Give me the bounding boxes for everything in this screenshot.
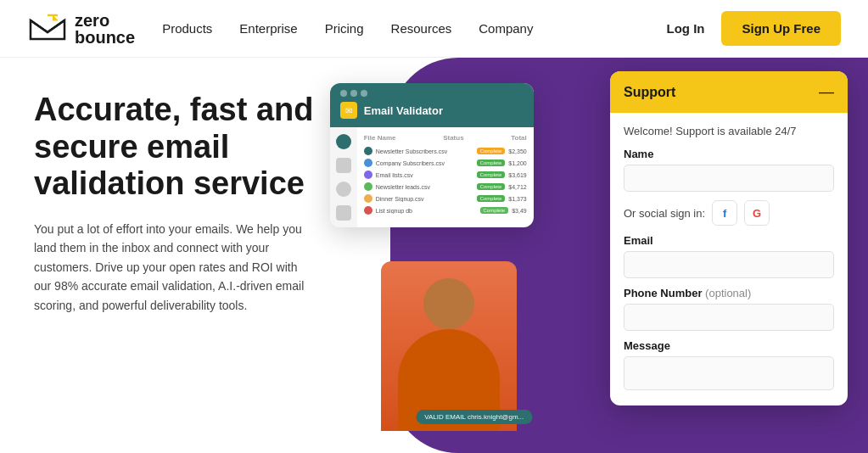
dot-1	[340, 90, 347, 97]
name-input[interactable]	[624, 165, 834, 192]
row-circle-3	[364, 171, 372, 179]
nav: Products Enterprise Pricing Resources Co…	[162, 21, 666, 36]
card-sidebar	[330, 127, 357, 227]
nav-company[interactable]: Company	[479, 21, 533, 36]
message-label: Message	[624, 339, 834, 352]
table-row: Newsletter leads.csv Complete $4,712	[364, 182, 527, 191]
row-amount-2: $1,200	[508, 160, 526, 166]
table-row: Dinner Signup.csv Complete $1,373	[364, 194, 527, 203]
email-label: Email	[624, 234, 834, 247]
col-status: Status	[443, 134, 463, 142]
table-header: File Name Status Total	[364, 134, 527, 142]
hero-description: You put a lot of effort into your emails…	[34, 220, 305, 315]
header-actions: Log In Sign Up Free	[666, 11, 841, 46]
person-image	[381, 261, 517, 431]
row-amount-1: $2,350	[508, 148, 526, 154]
row-badge-4: Complete	[477, 183, 506, 190]
support-body: Welcome! Support is available 24/7 Name …	[610, 113, 848, 405]
col-total: Total	[511, 134, 527, 142]
message-input[interactable]	[624, 356, 834, 390]
card-table: File Name Status Total Newsletter Subscr…	[357, 127, 534, 227]
row-amount-6: $3,49	[512, 208, 527, 214]
person-silhouette	[381, 261, 517, 431]
email-input[interactable]	[624, 251, 834, 278]
person-head	[423, 278, 474, 329]
hero-section: Accurate, fast and secure email validati…	[0, 58, 365, 453]
support-header: Support —	[610, 71, 848, 113]
google-signin-button[interactable]: G	[744, 200, 770, 226]
dot-3	[361, 90, 367, 97]
phone-input[interactable]	[624, 304, 834, 331]
sidebar-icon-3	[336, 182, 351, 197]
mockup-area: ✉ Email Validator File Name Status Total	[330, 66, 619, 431]
row-badge-2: Complete	[477, 159, 506, 166]
row-badge-3: Complete	[477, 171, 506, 178]
table-row: Company Subscribers.csv Complete $1,200	[364, 159, 527, 167]
row-circle-5	[364, 194, 372, 203]
main-content: Accurate, fast and secure email validati…	[0, 58, 868, 453]
row-circle-6	[364, 206, 372, 215]
support-welcome-text: Welcome! Support is available 24/7	[624, 125, 834, 137]
sidebar-icon-1	[336, 134, 351, 149]
row-text-1: Newsletter Subscribers.csv	[376, 148, 473, 154]
logo-icon	[27, 14, 68, 44]
card-body: File Name Status Total Newsletter Subscr…	[330, 127, 534, 227]
support-close-button[interactable]: —	[819, 83, 834, 101]
nav-pricing[interactable]: Pricing	[325, 21, 364, 36]
col-filename: File Name	[364, 134, 396, 142]
support-title: Support	[624, 85, 675, 100]
login-button[interactable]: Log In	[666, 21, 704, 36]
email-validator-card: ✉ Email Validator File Name Status Total	[330, 83, 534, 227]
support-widget: Support — Welcome! Support is available …	[610, 71, 848, 405]
validator-icon: ✉	[340, 102, 357, 119]
sidebar-icon-4	[336, 205, 351, 221]
row-badge-6: Complete	[480, 207, 509, 214]
phone-label: Phone Number (optional)	[624, 287, 834, 299]
row-text-6: List signup db	[376, 208, 477, 214]
social-signin-label: Or social sign in:	[624, 207, 705, 220]
row-text-2: Company Subscribers.csv	[376, 160, 473, 166]
row-amount-5: $1,373	[508, 196, 526, 202]
row-text-3: Email lists.csv	[376, 172, 473, 178]
hero-title: Accurate, fast and secure email validati…	[34, 92, 365, 203]
table-row: Email lists.csv Complete $3,619	[364, 171, 527, 179]
name-label: Name	[624, 148, 834, 160]
card-title-bar: ✉ Email Validator	[330, 97, 534, 127]
sidebar-icon-2	[336, 158, 351, 173]
nav-resources[interactable]: Resources	[391, 21, 452, 36]
row-text-5: Dinner Signup.csv	[376, 196, 473, 202]
valid-email-badge: VALID EMAIL chris.knight@gm...	[416, 410, 532, 424]
row-badge-5: Complete	[477, 195, 506, 202]
row-circle-2	[364, 159, 372, 167]
row-amount-4: $4,712	[508, 184, 526, 190]
nav-enterprise[interactable]: Enterprise	[239, 21, 297, 36]
table-row: Newsletter Subscribers.csv Complete $2,3…	[364, 147, 527, 155]
table-row: List signup db Complete $3,49	[364, 206, 527, 215]
row-badge-1: Complete	[477, 148, 506, 154]
header: zero bounce Products Enterprise Pricing …	[0, 0, 868, 58]
row-circle-1	[364, 147, 372, 155]
dot-2	[350, 90, 357, 97]
card-header-dots	[330, 83, 534, 97]
facebook-signin-button[interactable]: f	[712, 200, 737, 226]
card-title: Email Validator	[364, 104, 443, 117]
logo-text: zero bounce	[75, 12, 135, 46]
row-text-4: Newsletter leads.csv	[376, 184, 473, 190]
row-amount-3: $3,619	[508, 172, 526, 178]
signup-button[interactable]: Sign Up Free	[721, 11, 841, 46]
nav-products[interactable]: Products	[162, 21, 212, 36]
logo[interactable]: zero bounce	[27, 12, 135, 46]
row-circle-4	[364, 182, 372, 191]
social-signin-row: Or social sign in: f G	[624, 200, 834, 226]
